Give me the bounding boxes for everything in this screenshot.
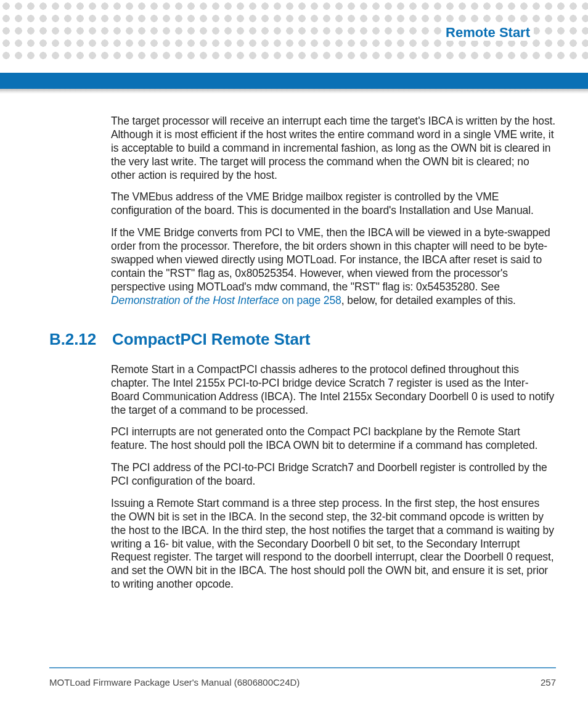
paragraph: Remote Start in a CompactPCI chassis adh… [111, 363, 556, 417]
paragraph: The VMEbus address of the VME Bridge mai… [111, 191, 556, 218]
paragraph-text: If the VME Bridge converts from PCI to V… [111, 226, 550, 293]
footer-rule [49, 667, 556, 668]
section-title: CompactPCI Remote Start [112, 329, 310, 350]
paragraph: PCI interrupts are not generated onto th… [111, 425, 556, 453]
footer-page-number: 257 [541, 677, 556, 688]
section-heading: B.2.12 CompactPCI Remote Start [49, 329, 556, 350]
page-content: The target processor will receive an int… [49, 115, 556, 600]
chapter-title: Remote Start [442, 25, 534, 41]
header-shadow [0, 89, 588, 94]
paragraph-text: , below, for detailed examples of this. [341, 294, 516, 306]
footer-manual-title: MOTLoad Firmware Package User's Manual (… [49, 677, 300, 688]
paragraph: If the VME Bridge converts from PCI to V… [111, 226, 556, 307]
paragraph: The PCI address of the PCI-to-PCI Bridge… [111, 461, 556, 488]
header-bar [0, 73, 588, 89]
cross-reference-link[interactable]: Demonstration of the Host Interface on p… [111, 294, 341, 306]
paragraph: The target processor will receive an int… [111, 115, 556, 182]
section-number: B.2.12 [49, 329, 97, 350]
page-footer: MOTLoad Firmware Package User's Manual (… [49, 667, 556, 688]
paragraph: Issuing a Remote Start command is a thre… [111, 497, 556, 591]
